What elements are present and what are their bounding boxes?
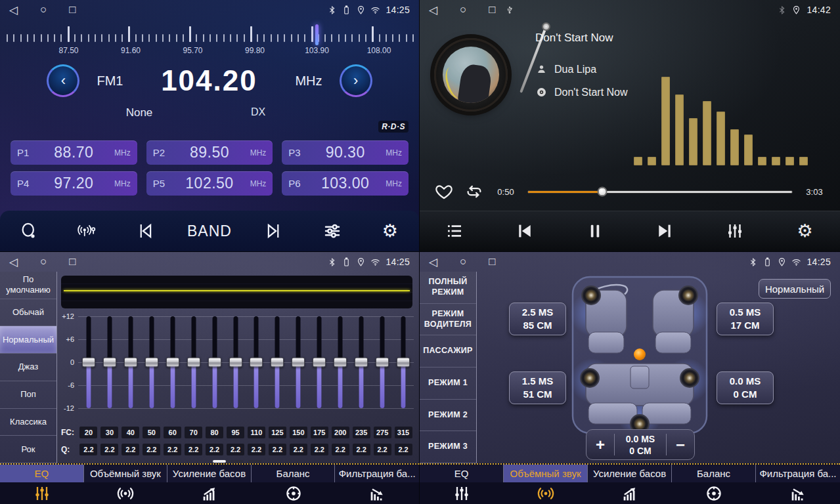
eq-band-slider[interactable] xyxy=(99,311,120,424)
next-station-button[interactable] xyxy=(254,217,294,245)
fc-value-box[interactable]: 150 xyxy=(290,427,307,438)
q-value-box[interactable]: 2.2 xyxy=(353,444,370,455)
q-value-box[interactable]: 2.2 xyxy=(248,444,265,455)
slider-handle[interactable] xyxy=(103,358,116,368)
fc-value-box[interactable]: 175 xyxy=(311,427,328,438)
delay-mode-item[interactable]: РЕЖИМ 2 xyxy=(420,400,476,432)
slider-handle[interactable] xyxy=(397,358,410,368)
slider-handle[interactable] xyxy=(166,358,179,368)
seek-knob[interactable] xyxy=(597,187,607,197)
slider-handle[interactable] xyxy=(250,358,263,368)
eq-band-slider[interactable] xyxy=(309,311,330,424)
fc-value-box[interactable]: 30 xyxy=(100,427,118,438)
delay-mode-item[interactable]: ПАССАЖИР xyxy=(420,335,476,368)
fc-value-box[interactable]: 275 xyxy=(374,427,391,438)
preset-button-p4[interactable]: P497.20MHz xyxy=(11,171,137,196)
q-value-box[interactable]: 2.2 xyxy=(143,444,160,455)
home-button[interactable]: ○ xyxy=(40,3,47,17)
eq-preset-item[interactable]: Нормальный xyxy=(0,326,56,354)
slider-handle[interactable] xyxy=(229,358,242,368)
tab-surround[interactable]: Объёмный звук xyxy=(504,465,588,504)
rear-left-delay-chip[interactable]: 1.5 MS 51 CM xyxy=(509,371,566,404)
back-button[interactable]: ◁ xyxy=(9,255,18,269)
slider-handle[interactable] xyxy=(376,358,389,368)
fc-value-box[interactable]: 125 xyxy=(269,427,286,438)
q-value-box[interactable]: 2.2 xyxy=(269,444,286,455)
previous-track-button[interactable] xyxy=(505,217,544,245)
home-button[interactable]: ○ xyxy=(460,3,466,17)
recents-button[interactable]: □ xyxy=(69,255,76,269)
tab-surround[interactable]: Объёмный звук xyxy=(84,465,168,504)
q-value-box[interactable]: 2.2 xyxy=(122,444,139,455)
eq-band-slider[interactable] xyxy=(351,311,372,424)
tab-balance[interactable]: Баланс xyxy=(252,465,336,504)
delay-mode-item[interactable]: ПОЛНЫЙ РЕЖИМ xyxy=(420,272,476,304)
eq-band-slider[interactable] xyxy=(78,311,99,424)
tab-eq[interactable]: EQ xyxy=(420,465,504,504)
eq-band-slider[interactable] xyxy=(162,311,183,424)
rear-right-delay-chip[interactable]: 0.0 MS 0 CM xyxy=(717,371,774,404)
recents-button[interactable]: □ xyxy=(489,3,495,17)
q-value-box[interactable]: 2.2 xyxy=(227,444,244,455)
next-track-button[interactable] xyxy=(645,217,684,245)
tab-filter[interactable]: Фильтрация ба... xyxy=(756,465,840,504)
q-value-box[interactable]: 2.2 xyxy=(79,444,97,455)
playlist-button[interactable] xyxy=(435,217,474,245)
page-dot[interactable] xyxy=(248,460,261,463)
fc-value-box[interactable]: 20 xyxy=(79,427,97,438)
q-value-box[interactable]: 2.2 xyxy=(332,444,349,455)
q-value-box[interactable]: 2.2 xyxy=(311,444,328,455)
page-dot[interactable] xyxy=(213,460,226,463)
q-value-box[interactable]: 2.2 xyxy=(100,444,118,455)
eq-band-slider[interactable] xyxy=(225,311,246,424)
back-button[interactable]: ◁ xyxy=(429,3,437,17)
q-value-box[interactable]: 2.2 xyxy=(290,444,307,455)
home-button[interactable]: ○ xyxy=(40,255,47,269)
tune-up-button[interactable]: › xyxy=(340,64,372,97)
audio-settings-button[interactable] xyxy=(313,217,352,245)
fc-value-box[interactable]: 315 xyxy=(395,427,412,438)
delay-mode-item[interactable]: РЕЖИМ 1 xyxy=(420,368,476,400)
eq-band-slider[interactable] xyxy=(183,311,204,424)
q-value-box[interactable]: 2.2 xyxy=(374,444,391,455)
tab-bass[interactable]: Усиление басов xyxy=(167,465,252,504)
tab-balance[interactable]: Баланс xyxy=(672,465,756,504)
delay-preset-button[interactable]: Нормальный xyxy=(759,279,831,299)
home-button[interactable]: ○ xyxy=(460,255,466,269)
settings-button[interactable]: ⚙ xyxy=(785,217,825,245)
recents-button[interactable]: □ xyxy=(489,255,495,269)
fc-value-box[interactable]: 200 xyxy=(332,427,349,438)
q-value-box[interactable]: 2.2 xyxy=(164,444,181,455)
eq-preset-item[interactable]: Рок xyxy=(0,436,56,463)
front-right-delay-chip[interactable]: 0.5 MS 17 CM xyxy=(717,303,774,335)
slider-handle[interactable] xyxy=(187,358,200,368)
settings-button[interactable]: ⚙ xyxy=(370,217,410,245)
eq-preset-item[interactable]: Обычай xyxy=(0,299,56,327)
slider-handle[interactable] xyxy=(355,358,368,368)
equalizer-button[interactable] xyxy=(715,217,755,245)
frequency-scale[interactable]: 87.5091.6095.7099.80103.90108.00 xyxy=(3,21,416,58)
eq-band-slider[interactable] xyxy=(393,311,414,424)
eq-preset-item[interactable]: Классика xyxy=(0,409,56,436)
slider-handle[interactable] xyxy=(208,358,221,368)
eq-preset-item[interactable]: По умолчанию xyxy=(0,272,56,299)
slider-handle[interactable] xyxy=(334,358,347,368)
q-value-box[interactable]: 2.2 xyxy=(395,444,412,455)
slider-handle[interactable] xyxy=(145,358,158,368)
seek-bar[interactable] xyxy=(527,190,793,194)
increase-delay-button[interactable]: + xyxy=(586,430,614,459)
front-left-delay-chip[interactable]: 2.5 MS 85 CM xyxy=(509,303,566,335)
preset-button-p6[interactable]: P6103.00MHz xyxy=(282,171,409,196)
preset-button-p1[interactable]: P188.70MHz xyxy=(11,140,137,165)
page-dot[interactable] xyxy=(231,460,244,463)
slider-handle[interactable] xyxy=(82,358,95,368)
fc-value-box[interactable]: 60 xyxy=(164,427,181,438)
repeat-button[interactable] xyxy=(464,182,484,201)
back-button[interactable]: ◁ xyxy=(429,255,437,269)
fc-value-box[interactable]: 95 xyxy=(227,427,244,438)
tab-filter[interactable]: Фильтрация ба... xyxy=(335,465,419,504)
tune-down-button[interactable]: ‹ xyxy=(47,64,79,97)
eq-band-slider[interactable] xyxy=(120,311,141,424)
fc-value-box[interactable]: 235 xyxy=(353,427,370,438)
delay-mode-item[interactable]: РЕЖИМ 3 xyxy=(420,431,476,463)
